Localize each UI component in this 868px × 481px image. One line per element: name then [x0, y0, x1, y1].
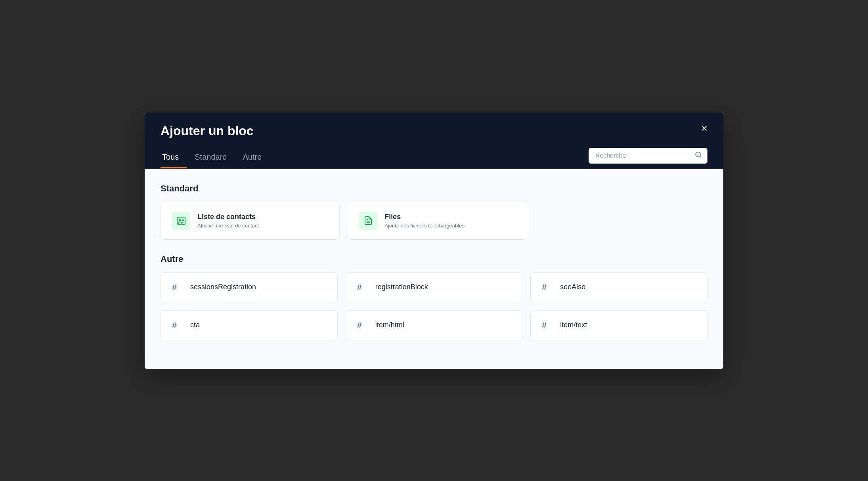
- hash-icon-see-also: #: [542, 282, 553, 292]
- autre-section: Autre # sessionsRegistration # registrat…: [161, 254, 707, 340]
- hash-icon-sessions: #: [172, 282, 183, 292]
- header-bottom-bar: Tous Standard Autre: [161, 148, 707, 169]
- card-registration-name: registrationBlock: [375, 283, 428, 291]
- add-block-modal: Ajouter un bloc × Tous Standard Autre: [145, 113, 723, 369]
- card-sessions-name: sessionsRegistration: [190, 283, 256, 291]
- modal-body: Standard: [145, 169, 723, 369]
- modal-title: Ajouter un bloc: [161, 124, 707, 138]
- tab-tous[interactable]: Tous: [161, 149, 187, 168]
- hash-icon-item-html: #: [357, 320, 368, 330]
- card-item-html[interactable]: # item/html: [346, 310, 523, 340]
- card-cta[interactable]: # cta: [161, 310, 338, 340]
- card-files-desc: Ajoute des fichiers téléchargeables: [384, 223, 465, 229]
- modal-header: Ajouter un bloc × Tous Standard Autre: [145, 113, 723, 169]
- card-files-name: Files: [384, 213, 465, 221]
- card-files[interactable]: Files Ajoute des fichiers téléchargeable…: [348, 202, 527, 240]
- card-liste-contacts-text: Liste de contacts Affiche une liste de c…: [197, 213, 259, 229]
- close-button[interactable]: ×: [698, 121, 711, 136]
- standard-cards-grid: Liste de contacts Affiche une liste de c…: [161, 202, 527, 240]
- card-item-text-name: item/text: [560, 321, 587, 329]
- hash-icon-registration: #: [357, 282, 368, 292]
- card-liste-contacts-desc: Affiche une liste de contact: [197, 223, 259, 229]
- card-files-text: Files Ajoute des fichiers téléchargeable…: [384, 213, 465, 229]
- card-item-html-name: item/html: [375, 321, 404, 329]
- card-sessions-registration[interactable]: # sessionsRegistration: [161, 272, 338, 302]
- svg-point-3: [179, 219, 181, 221]
- tabs-container: Tous Standard Autre: [161, 149, 270, 168]
- standard-section-title: Standard: [161, 183, 707, 194]
- tab-autre[interactable]: Autre: [235, 149, 270, 168]
- standard-section: Standard: [161, 183, 707, 240]
- search-wrapper: [589, 148, 707, 164]
- card-liste-contacts[interactable]: Liste de contacts Affiche une liste de c…: [161, 202, 340, 240]
- card-cta-name: cta: [190, 321, 200, 329]
- files-icon: [359, 212, 377, 230]
- card-item-text[interactable]: # item/text: [530, 310, 707, 340]
- card-see-also-name: seeAlso: [560, 283, 585, 291]
- card-liste-contacts-name: Liste de contacts: [197, 213, 259, 221]
- autre-cards-grid: # sessionsRegistration # registrationBlo…: [161, 272, 707, 340]
- card-see-also[interactable]: # seeAlso: [530, 272, 707, 302]
- hash-icon-cta: #: [172, 320, 183, 330]
- hash-icon-item-text: #: [542, 320, 553, 330]
- contacts-icon: [172, 212, 190, 230]
- autre-section-title: Autre: [161, 254, 707, 264]
- search-input[interactable]: [589, 148, 707, 164]
- tab-standard[interactable]: Standard: [187, 149, 235, 168]
- modal-overlay: Ajouter un bloc × Tous Standard Autre: [0, 0, 868, 481]
- card-registration-block[interactable]: # registrationBlock: [346, 272, 523, 302]
